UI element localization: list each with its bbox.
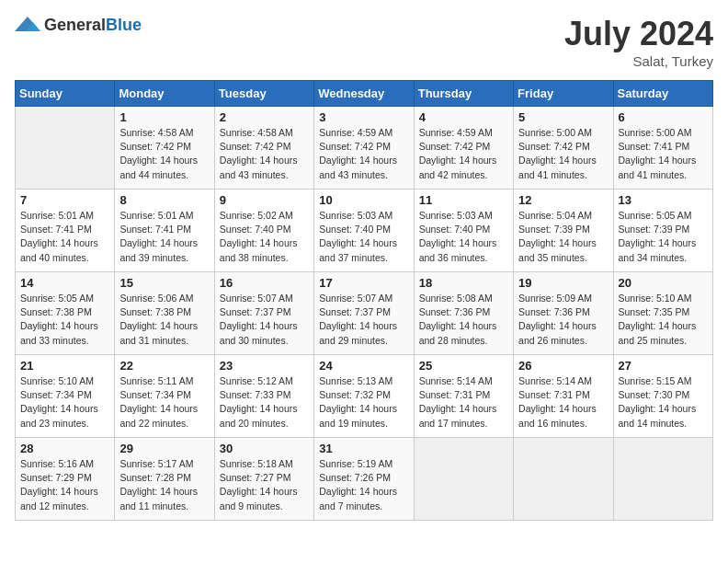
calendar-day-cell: 11Sunrise: 5:03 AM Sunset: 7:40 PM Dayli… [414, 190, 513, 272]
calendar-table: SundayMondayTuesdayWednesdayThursdayFrid… [15, 80, 713, 521]
calendar-day-cell: 2Sunrise: 4:58 AM Sunset: 7:42 PM Daylig… [214, 107, 313, 190]
day-info: Sunrise: 5:05 AM Sunset: 7:39 PM Dayligh… [619, 209, 708, 265]
day-info: Sunrise: 5:18 AM Sunset: 7:27 PM Dayligh… [220, 457, 309, 513]
calendar-day-cell: 27Sunrise: 5:15 AM Sunset: 7:30 PM Dayli… [613, 355, 712, 438]
day-info: Sunrise: 4:59 AM Sunset: 7:42 PM Dayligh… [319, 126, 408, 182]
day-number: 15 [119, 276, 209, 290]
day-info: Sunrise: 5:14 AM Sunset: 7:31 PM Dayligh… [518, 374, 608, 431]
calendar-day-cell: 4Sunrise: 4:59 AM Sunset: 7:42 PM Daylig… [414, 107, 513, 190]
day-info: Sunrise: 5:14 AM Sunset: 7:31 PM Dayligh… [419, 374, 508, 431]
logo-blue: Blue [106, 16, 142, 34]
calendar-day-cell: 5Sunrise: 5:00 AM Sunset: 7:42 PM Daylig… [514, 107, 613, 190]
calendar-day-cell: 7Sunrise: 5:01 AM Sunset: 7:41 PM Daylig… [16, 190, 115, 272]
logo-icon [15, 15, 40, 35]
day-number: 10 [319, 193, 408, 207]
calendar-day-cell: 31Sunrise: 5:19 AM Sunset: 7:26 PM Dayli… [314, 438, 414, 521]
calendar-day-cell: 30Sunrise: 5:18 AM Sunset: 7:27 PM Dayli… [214, 438, 313, 521]
day-info: Sunrise: 5:10 AM Sunset: 7:35 PM Dayligh… [619, 292, 708, 348]
day-number: 3 [319, 110, 408, 124]
day-number: 20 [619, 276, 708, 290]
calendar-day-cell: 28Sunrise: 5:16 AM Sunset: 7:29 PM Dayli… [16, 438, 115, 521]
day-number: 29 [119, 442, 209, 455]
day-number: 11 [419, 193, 508, 207]
calendar-day-cell: 23Sunrise: 5:12 AM Sunset: 7:33 PM Dayli… [214, 355, 313, 438]
calendar-day-cell [414, 438, 513, 521]
day-info: Sunrise: 5:04 AM Sunset: 7:39 PM Dayligh… [518, 209, 608, 265]
calendar-day-cell: 21Sunrise: 5:10 AM Sunset: 7:34 PM Dayli… [16, 355, 115, 438]
day-number: 2 [220, 110, 309, 124]
logo-text: GeneralBlue [44, 16, 142, 35]
day-number: 23 [220, 359, 309, 373]
day-number: 16 [220, 276, 309, 290]
calendar-day-cell [16, 107, 115, 190]
day-info: Sunrise: 5:13 AM Sunset: 7:32 PM Dayligh… [319, 374, 408, 431]
day-number: 19 [518, 276, 608, 290]
calendar-day-cell: 15Sunrise: 5:06 AM Sunset: 7:38 PM Dayli… [115, 272, 214, 355]
location-subtitle: Salat, Turkey [564, 53, 713, 69]
day-info: Sunrise: 5:11 AM Sunset: 7:34 PM Dayligh… [119, 374, 209, 431]
day-info: Sunrise: 5:09 AM Sunset: 7:36 PM Dayligh… [518, 292, 608, 348]
weekday-header-cell: Thursday [414, 81, 513, 107]
day-info: Sunrise: 5:01 AM Sunset: 7:41 PM Dayligh… [20, 209, 109, 265]
day-number: 30 [220, 442, 309, 455]
calendar-day-cell: 20Sunrise: 5:10 AM Sunset: 7:35 PM Dayli… [613, 272, 712, 355]
weekday-header-cell: Monday [115, 81, 214, 107]
day-number: 8 [119, 193, 209, 207]
calendar-day-cell: 25Sunrise: 5:14 AM Sunset: 7:31 PM Dayli… [414, 355, 513, 438]
calendar-day-cell: 10Sunrise: 5:03 AM Sunset: 7:40 PM Dayli… [314, 190, 414, 272]
calendar-day-cell: 16Sunrise: 5:07 AM Sunset: 7:37 PM Dayli… [214, 272, 313, 355]
calendar-day-cell: 22Sunrise: 5:11 AM Sunset: 7:34 PM Dayli… [115, 355, 214, 438]
month-year-title: July 2024 [564, 15, 713, 53]
day-info: Sunrise: 5:05 AM Sunset: 7:38 PM Dayligh… [20, 292, 109, 348]
day-number: 5 [518, 110, 608, 124]
day-number: 4 [419, 110, 508, 124]
calendar-day-cell: 24Sunrise: 5:13 AM Sunset: 7:32 PM Dayli… [314, 355, 414, 438]
day-number: 31 [319, 442, 408, 455]
title-block: July 2024 Salat, Turkey [564, 15, 713, 69]
calendar-day-cell [514, 438, 613, 521]
day-number: 25 [419, 359, 508, 373]
day-info: Sunrise: 5:02 AM Sunset: 7:40 PM Dayligh… [220, 209, 309, 265]
calendar-day-cell: 9Sunrise: 5:02 AM Sunset: 7:40 PM Daylig… [214, 190, 313, 272]
day-info: Sunrise: 5:01 AM Sunset: 7:41 PM Dayligh… [119, 209, 209, 265]
calendar-week-row: 28Sunrise: 5:16 AM Sunset: 7:29 PM Dayli… [16, 438, 713, 521]
calendar-week-row: 7Sunrise: 5:01 AM Sunset: 7:41 PM Daylig… [16, 190, 713, 272]
day-number: 7 [20, 193, 109, 207]
calendar-day-cell: 26Sunrise: 5:14 AM Sunset: 7:31 PM Dayli… [514, 355, 613, 438]
calendar-day-cell: 3Sunrise: 4:59 AM Sunset: 7:42 PM Daylig… [314, 107, 414, 190]
day-info: Sunrise: 5:07 AM Sunset: 7:37 PM Dayligh… [220, 292, 309, 348]
day-number: 17 [319, 276, 408, 290]
day-info: Sunrise: 5:12 AM Sunset: 7:33 PM Dayligh… [220, 374, 309, 431]
weekday-header-cell: Friday [514, 81, 613, 107]
day-number: 26 [518, 359, 608, 373]
day-info: Sunrise: 5:03 AM Sunset: 7:40 PM Dayligh… [419, 209, 508, 265]
day-info: Sunrise: 5:00 AM Sunset: 7:41 PM Dayligh… [619, 126, 708, 182]
logo: GeneralBlue [15, 15, 142, 35]
day-number: 6 [619, 110, 708, 124]
day-number: 22 [119, 359, 209, 373]
day-info: Sunrise: 5:08 AM Sunset: 7:36 PM Dayligh… [419, 292, 508, 348]
day-info: Sunrise: 4:58 AM Sunset: 7:42 PM Dayligh… [119, 126, 209, 182]
weekday-header-cell: Wednesday [314, 81, 414, 107]
calendar-day-cell: 6Sunrise: 5:00 AM Sunset: 7:41 PM Daylig… [613, 107, 712, 190]
day-number: 18 [419, 276, 508, 290]
calendar-day-cell: 12Sunrise: 5:04 AM Sunset: 7:39 PM Dayli… [514, 190, 613, 272]
day-info: Sunrise: 5:16 AM Sunset: 7:29 PM Dayligh… [20, 457, 109, 513]
weekday-header-cell: Sunday [16, 81, 115, 107]
calendar-week-row: 1Sunrise: 4:58 AM Sunset: 7:42 PM Daylig… [16, 107, 713, 190]
day-number: 12 [518, 193, 608, 207]
day-info: Sunrise: 5:19 AM Sunset: 7:26 PM Dayligh… [319, 457, 408, 513]
day-number: 9 [220, 193, 309, 207]
day-info: Sunrise: 5:03 AM Sunset: 7:40 PM Dayligh… [319, 209, 408, 265]
day-info: Sunrise: 4:58 AM Sunset: 7:42 PM Dayligh… [220, 126, 309, 182]
day-number: 28 [20, 442, 109, 455]
day-number: 1 [119, 110, 209, 124]
day-info: Sunrise: 5:10 AM Sunset: 7:34 PM Dayligh… [20, 374, 109, 431]
calendar-day-cell: 13Sunrise: 5:05 AM Sunset: 7:39 PM Dayli… [613, 190, 712, 272]
weekday-header-cell: Tuesday [214, 81, 313, 107]
day-info: Sunrise: 5:00 AM Sunset: 7:42 PM Dayligh… [518, 126, 608, 182]
calendar-day-cell: 29Sunrise: 5:17 AM Sunset: 7:28 PM Dayli… [115, 438, 214, 521]
calendar-body: 1Sunrise: 4:58 AM Sunset: 7:42 PM Daylig… [16, 107, 713, 521]
calendar-day-cell: 1Sunrise: 4:58 AM Sunset: 7:42 PM Daylig… [115, 107, 214, 190]
calendar-day-cell: 18Sunrise: 5:08 AM Sunset: 7:36 PM Dayli… [414, 272, 513, 355]
